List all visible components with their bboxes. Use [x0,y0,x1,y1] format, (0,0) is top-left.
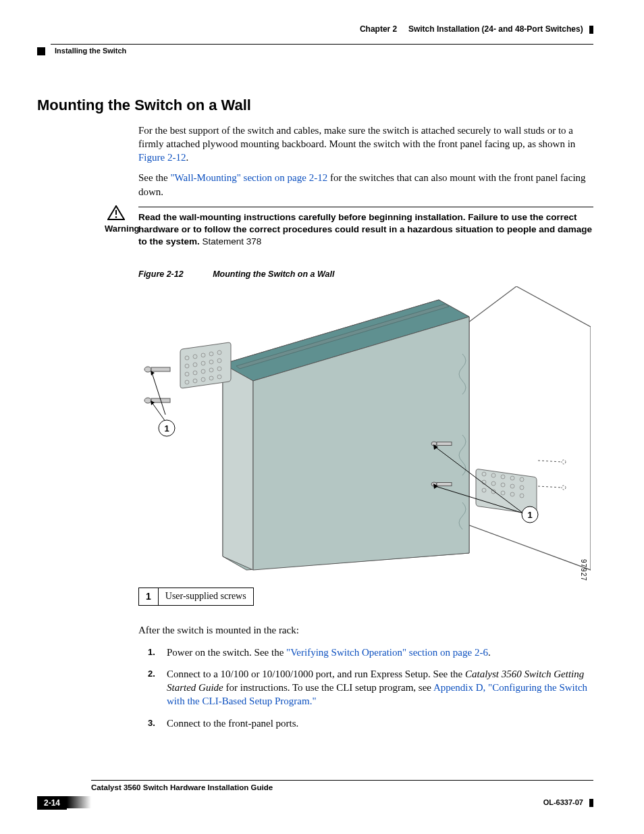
step2b: for instructions. To use the CLI setup p… [223,682,433,693]
header-bar-icon [589,26,593,34]
figure-id: 97927 [579,559,589,581]
step3: Connect to the front-panel ports. [167,718,298,729]
footer-guide-title: Catalyst 3560 Switch Hardware Installati… [91,783,593,793]
svg-line-48 [538,461,562,462]
figure-ref-link[interactable]: Figure 2-12 [138,152,186,163]
warning-icon [105,205,128,220]
figure-illustration: 1 [138,286,591,583]
footer-bottom: 2-14 OL-6337-07 [37,796,593,810]
svg-rect-53 [437,483,452,486]
body-column: For the best support of the switch and c… [138,124,593,199]
chapter-title: Switch Installation (24- and 48-Port Swi… [408,24,583,34]
svg-rect-2 [180,342,231,389]
step1a: Power on the switch. See the [167,647,286,658]
warning-label: Warning [105,223,140,235]
legend-num: 1 [139,588,159,606]
figure-title: Mounting the Switch on a Wall [213,269,334,279]
steps-list: Power on the switch. See the "Verifying … [152,646,593,730]
figure-number: Figure 2-12 [138,269,184,279]
svg-rect-24 [151,367,170,371]
warning-tail: Statement 378 [200,236,262,246]
chapter-label: Chapter 2 [360,24,397,34]
intro-para-2: See the "Wall-Mounting" section on page … [138,171,593,199]
header-sub-bar-icon [37,47,45,55]
step1b: . [488,647,491,658]
callout-1-left: 1 [164,423,169,434]
warning-rule [138,207,593,207]
breadcrumb: Installing the Switch [55,46,126,56]
doc-id-text: OL-6337-07 [543,798,583,806]
svg-point-46 [562,460,566,464]
svg-point-23 [144,367,151,372]
header-chapter: Chapter 2 Switch Installation (24- and 4… [360,24,593,34]
list-item: Connect to the front-panel ports. [152,716,593,730]
svg-line-49 [538,486,562,488]
verify-link[interactable]: "Verifying Switch Operation" section on … [286,647,488,658]
list-item: Connect to a 10/100 or 10/100/1000 port,… [152,667,593,708]
after-para: After the switch is mounted in the rack: [138,623,593,637]
svg-point-25 [144,398,151,403]
table-row: 1 User-supplied screws [139,588,254,606]
footer: Catalyst 3560 Switch Hardware Installati… [37,780,593,810]
svg-point-47 [562,486,566,490]
warning-text: Read the wall-mounting instructions care… [138,211,593,249]
step2a: Connect to a 10/100 or 10/100/1000 port,… [167,669,465,679]
intro-para-2a: See the [138,172,170,183]
legend-table: 1 User-supplied screws [138,588,254,606]
header-top: Chapter 2 Switch Installation (24- and 4… [37,24,593,43]
page-number: 2-14 [37,796,67,810]
intro-para-1a: For the best support of the switch and c… [138,125,575,149]
doc-id-bar-icon [589,799,593,807]
svg-point-1 [115,216,117,218]
svg-rect-51 [437,442,452,446]
figure-caption: Figure 2-12 Mounting the Switch on a Wal… [138,269,593,280]
doc-id: OL-6337-07 [543,798,593,808]
legend-text: User-supplied screws [158,588,253,606]
page-title: Mounting the Switch on a Wall [37,95,593,115]
warning-block: Warning Read the wall-mounting instructi… [105,207,593,249]
list-item: Power on the switch. See the "Verifying … [152,646,593,659]
header-sub: Installing the Switch [37,45,593,58]
callout-1-right: 1 [527,510,532,520]
footer-fade-icon [67,796,91,808]
wall-mounting-link[interactable]: "Wall-Mounting" section on page 2-12 [170,172,327,183]
footer-rule [91,780,593,781]
intro-para-1: For the best support of the switch and c… [138,124,593,165]
intro-para-1b: . [186,152,188,163]
